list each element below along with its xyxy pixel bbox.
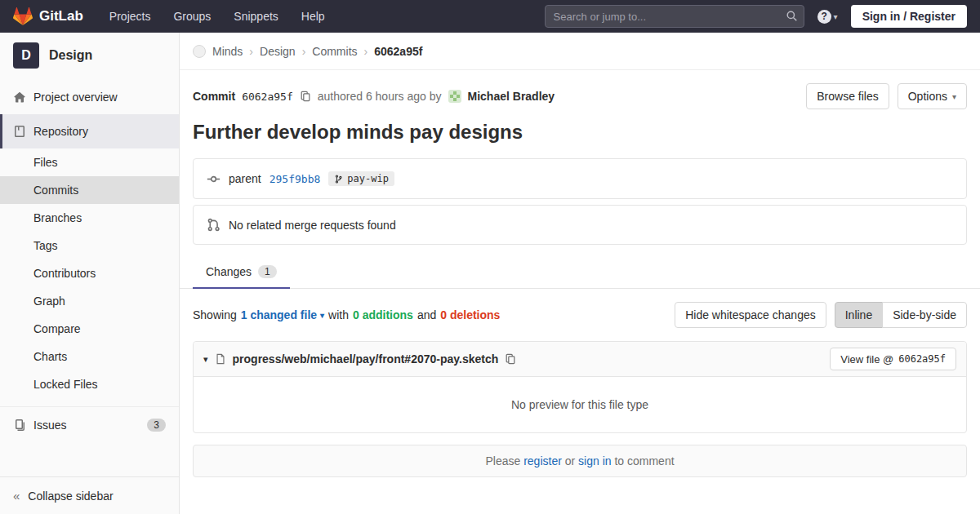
- deletions-count: 0 deletions: [440, 308, 500, 321]
- branch-name: pay-wip: [347, 173, 389, 184]
- commit-label: Commit: [193, 90, 235, 103]
- project-avatar: D: [13, 42, 39, 69]
- inline-view-button[interactable]: Inline: [835, 302, 883, 328]
- branch-ref-label[interactable]: pay-wip: [328, 171, 394, 186]
- home-icon: [13, 91, 26, 104]
- to-comment-label: to comment: [614, 454, 674, 467]
- register-link[interactable]: register: [523, 454, 562, 467]
- commit-icon: [207, 172, 220, 186]
- changed-files-dropdown[interactable]: 1 changed file ▾: [241, 308, 324, 321]
- main-content: Minds › Design › Commits › 6062a95f Comm…: [180, 33, 980, 477]
- hide-whitespace-button[interactable]: Hide whitespace changes: [675, 302, 826, 328]
- tab-changes-label: Changes: [206, 265, 252, 278]
- nav-item-snippets[interactable]: Snippets: [222, 0, 289, 33]
- file-actions: View file @ 6062a95f: [830, 348, 956, 370]
- parent-label: parent: [229, 172, 261, 185]
- sidebar-item-graph[interactable]: Graph: [0, 287, 179, 315]
- sidebar-item-issues[interactable]: Issues 3: [0, 406, 179, 441]
- issues-count-badge: 3: [147, 419, 166, 432]
- breadcrumb-current-sha: 6062a95f: [374, 45, 422, 58]
- sidebar-item-branches[interactable]: Branches: [0, 204, 179, 232]
- sidebar-item-label: Repository: [33, 125, 88, 138]
- sidebar-item-project-overview[interactable]: Project overview: [0, 80, 179, 114]
- related-mr-box: No related merge requests found: [193, 205, 967, 245]
- sign-in-link[interactable]: sign in: [578, 454, 611, 467]
- changes-tabs: Changes 1: [180, 256, 980, 289]
- gitlab-logo[interactable]: GitLab: [13, 7, 83, 26]
- no-merge-requests-text: No related merge requests found: [229, 219, 396, 232]
- search-box: [545, 5, 804, 28]
- project-context-header[interactable]: D Design: [0, 33, 179, 80]
- collapse-sidebar-button[interactable]: « Collapse sidebar: [0, 476, 179, 514]
- chevron-down-icon: ▾: [952, 92, 956, 101]
- question-icon: ?: [817, 10, 831, 24]
- changed-files-label: 1 changed file: [241, 308, 317, 321]
- commit-actions: Browse files Options ▾: [806, 83, 967, 109]
- sidebar-item-charts[interactable]: Charts: [0, 343, 179, 370]
- sidebar-item-files[interactable]: Files: [0, 148, 179, 176]
- author-avatar: [448, 90, 461, 103]
- sidebar-item-locked-files[interactable]: Locked Files: [0, 370, 179, 398]
- options-dropdown-button[interactable]: Options ▾: [898, 83, 967, 109]
- browse-files-button[interactable]: Browse files: [806, 83, 889, 109]
- help-dropdown[interactable]: ? ▾: [817, 10, 838, 24]
- copy-commit-sha-button[interactable]: [300, 91, 311, 102]
- sidebar-item-repository[interactable]: Repository: [0, 114, 179, 148]
- sidebar-item-commits[interactable]: Commits: [0, 176, 179, 204]
- navbar-menu: Projects Groups Snippets Help: [98, 0, 336, 33]
- repository-icon: [13, 125, 26, 138]
- nav-item-groups[interactable]: Groups: [162, 0, 222, 33]
- repository-submenu: Files Commits Branches Tags Contributors…: [0, 148, 179, 398]
- breadcrumb-separator: ›: [364, 45, 368, 58]
- diff-controls: Hide whitespace changes Inline Side-by-s…: [675, 302, 967, 328]
- project-name: Design: [49, 48, 92, 63]
- side-by-side-view-button[interactable]: Side-by-side: [882, 302, 967, 328]
- merge-request-icon: [207, 218, 220, 232]
- view-file-label: View file @: [840, 353, 893, 366]
- nav-item-projects[interactable]: Projects: [98, 0, 163, 33]
- diff-file-header: ▾ progress/web/michael/pay/front#2070-pa…: [194, 342, 966, 377]
- sidebar-item-label: Issues: [33, 419, 66, 432]
- showing-label: Showing: [193, 308, 237, 321]
- commit-sha: 6062a95f: [242, 91, 293, 103]
- sidebar: D Design Project overview Repository Fil…: [0, 33, 180, 514]
- sidebar-item-contributors[interactable]: Contributors: [0, 259, 179, 287]
- sidebar-item-tags[interactable]: Tags: [0, 232, 179, 259]
- nav-item-help[interactable]: Help: [290, 0, 336, 33]
- tab-changes[interactable]: Changes 1: [193, 256, 290, 289]
- collapse-file-caret[interactable]: ▾: [203, 354, 208, 365]
- view-file-button[interactable]: View file @ 6062a95f: [830, 348, 956, 370]
- breadcrumb-separator: ›: [249, 45, 253, 58]
- file-icon: [215, 353, 226, 365]
- branch-icon: [334, 175, 343, 184]
- diff-file-box: ▾ progress/web/michael/pay/front#2070-pa…: [193, 341, 967, 433]
- commit-title: Further develop minds pay designs: [193, 121, 967, 144]
- sidebar-item-label: Project overview: [33, 91, 118, 104]
- sign-in-register-button[interactable]: Sign in / Register: [851, 5, 967, 28]
- breadcrumb-commits[interactable]: Commits: [312, 45, 357, 58]
- authored-text: authored 6 hours ago by: [318, 90, 442, 103]
- changes-count-badge: 1: [258, 265, 277, 278]
- breadcrumb: Minds › Design › Commits › 6062a95f: [180, 33, 980, 70]
- double-angle-left-icon: «: [13, 489, 20, 503]
- please-label: Please: [485, 454, 520, 467]
- group-avatar-minds: [193, 45, 206, 58]
- file-path-link[interactable]: progress/web/michael/pay/front#2070-pay.…: [233, 352, 499, 366]
- no-preview-message: No preview for this file type: [194, 377, 966, 432]
- breadcrumb-design[interactable]: Design: [260, 45, 296, 58]
- chevron-down-icon: ▾: [834, 12, 838, 21]
- tanuki-icon: [13, 7, 33, 26]
- commit-header: Commit 6062a95f authored 6 hours ago by …: [180, 70, 980, 113]
- additions-count: 0 additions: [353, 308, 413, 321]
- search-input[interactable]: [545, 5, 804, 28]
- top-navbar: GitLab Projects Groups Snippets Help ? ▾…: [0, 0, 980, 33]
- sidebar-item-compare[interactable]: Compare: [0, 315, 179, 343]
- view-file-sha: 6062a95f: [898, 353, 946, 365]
- with-label: with: [328, 308, 349, 321]
- parent-sha-link[interactable]: 295f9bb8: [270, 173, 321, 185]
- breadcrumb-minds[interactable]: Minds: [212, 45, 243, 58]
- diff-stats: Showing 1 changed file ▾ with 0 addition…: [193, 308, 500, 321]
- author-name-link[interactable]: Michael Bradley: [468, 90, 555, 103]
- copy-file-path-button[interactable]: [505, 353, 516, 365]
- issues-icon: [13, 419, 26, 432]
